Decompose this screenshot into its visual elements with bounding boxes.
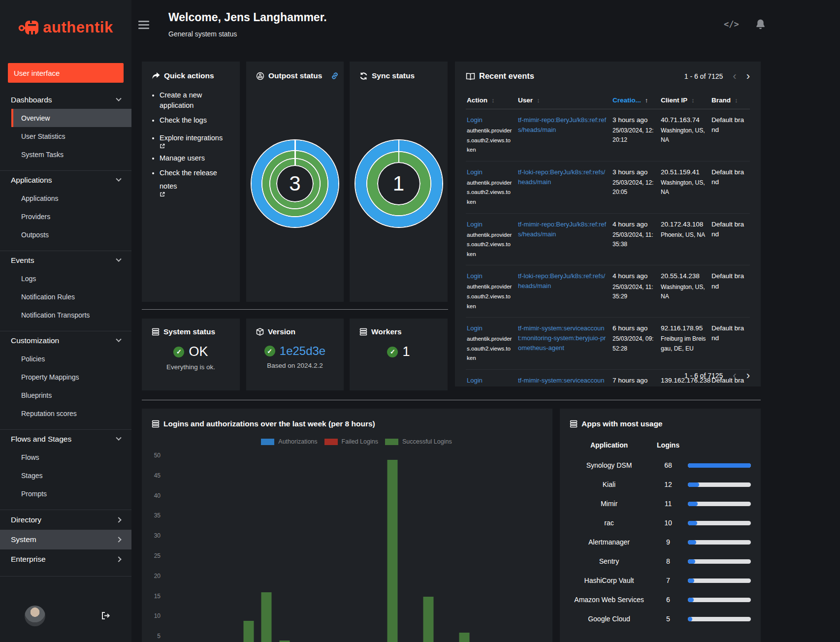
sidebar-item-system-tasks[interactable]: System Tasks xyxy=(0,145,131,163)
sidebar-item-prompts[interactable]: Prompts xyxy=(0,484,131,503)
event-action-link[interactable]: Login xyxy=(467,323,483,333)
chart-legend: AuthorizationsFailed LoginsSuccessful Lo… xyxy=(167,438,546,445)
server-icon xyxy=(359,328,367,336)
sidebar-item-logs[interactable]: Logs xyxy=(0,269,131,288)
user-interface-button[interactable]: User interface xyxy=(8,63,124,83)
nav-header-flows-and-stages[interactable]: Flows and Stages xyxy=(0,430,131,448)
event-user-link[interactable]: tf-mimir-system:serviceaccount:monitorin… xyxy=(518,323,608,353)
event-user-link[interactable]: tf-mimir-repo:BeryJu/k8s:ref:refs/heads/… xyxy=(518,220,608,239)
quick-actions-list: Create a new application Check the logs … xyxy=(160,90,240,197)
pagination-prev-icon[interactable]: ‹ xyxy=(733,372,736,380)
quick-action-create-application[interactable]: Create a new application xyxy=(160,90,233,111)
quick-action-explore-integrations[interactable]: Explore integrations xyxy=(160,130,233,149)
sidebar-item-policies[interactable]: Policies xyxy=(0,350,131,368)
column-header-action[interactable]: Action↕ xyxy=(466,93,517,109)
usage-bar-track xyxy=(688,482,751,487)
authentik-logo-icon xyxy=(18,18,40,37)
logout-icon[interactable] xyxy=(101,611,111,620)
sidebar-item-notification-rules[interactable]: Notification Rules xyxy=(0,288,131,306)
chart-plot xyxy=(167,456,546,642)
app-usage-bar xyxy=(688,456,751,475)
quick-action-manage-users[interactable]: Manage users xyxy=(160,153,233,163)
nav-header-events[interactable]: Events xyxy=(0,251,131,269)
event-relative-time: 6 hours ago xyxy=(613,323,656,333)
column-label: Brand xyxy=(711,96,731,104)
event-user-link[interactable]: tf-loki-repo:BeryJu/k8s:ref:refs/heads/m… xyxy=(518,167,608,187)
app-logins: 5 xyxy=(648,610,688,629)
legend-item[interactable]: Successful Logins xyxy=(385,438,452,445)
quick-action-label: Check the release notes xyxy=(160,169,217,190)
sidebar-item-directory[interactable]: Directory xyxy=(0,510,131,530)
sidebar-item-outposts[interactable]: Outposts xyxy=(0,225,131,244)
legend-item[interactable]: Failed Logins xyxy=(324,438,378,445)
api-code-icon[interactable]: </> xyxy=(724,19,739,29)
app-name: Kiali xyxy=(570,475,648,494)
apps-column-logins: Logins xyxy=(648,441,688,456)
card-title-text: Version xyxy=(268,327,295,336)
sidebar-item-applications[interactable]: Applications xyxy=(0,189,131,207)
sidebar-item-stages[interactable]: Stages xyxy=(0,466,131,484)
app-usage-bar xyxy=(688,610,751,629)
chevron-down-icon xyxy=(116,96,121,101)
event-action-link[interactable]: Login xyxy=(467,376,483,385)
column-header-brand[interactable]: Brand↕ xyxy=(711,93,750,109)
sort-icon[interactable]: ↕ xyxy=(491,96,495,104)
event-user-link[interactable]: tf-mimir-repo:BeryJu/k8s:ref:refs/heads/… xyxy=(518,115,608,135)
sidebar-item-providers[interactable]: Providers xyxy=(0,207,131,225)
sidebar-item-flows[interactable]: Flows xyxy=(0,448,131,466)
sidebar-item-user-statistics[interactable]: User Statistics xyxy=(0,127,131,145)
event-action-link[interactable]: Login xyxy=(467,271,483,281)
nav-group-collapsed: Directory System Enterprise xyxy=(0,510,131,577)
authentik-logo[interactable]: authentik xyxy=(0,15,131,40)
nav-item-label: Providers xyxy=(21,213,50,221)
pagination-next-icon[interactable]: › xyxy=(746,372,750,380)
legend-item[interactable]: Authorizations xyxy=(261,438,317,445)
user-avatar[interactable] xyxy=(25,606,45,626)
event-context: authentik.providers.oauth2.views.token xyxy=(467,282,513,311)
sidebar-item-overview[interactable]: Overview xyxy=(11,109,131,127)
nav-item-label: Reputation scores xyxy=(21,410,77,417)
app-logins: 11 xyxy=(648,494,688,514)
version-link[interactable]: 1e25d3e xyxy=(280,344,325,358)
sidebar-item-notification-transports[interactable]: Notification Transports xyxy=(0,306,131,324)
event-action-link[interactable]: Login xyxy=(467,220,483,229)
column-label: Client IP xyxy=(661,96,687,104)
chevron-down-icon xyxy=(116,435,121,440)
nav-item-label: Outposts xyxy=(21,231,49,239)
app-usage-bar xyxy=(688,590,751,610)
outpost-icon xyxy=(256,72,264,80)
nav-header-customization[interactable]: Customization xyxy=(0,331,131,350)
pagination-prev-icon[interactable]: ‹ xyxy=(733,72,736,80)
nav-header-applications[interactable]: Applications xyxy=(0,171,131,189)
sidebar-item-reputation-scores[interactable]: Reputation scores xyxy=(0,404,131,422)
outpost-link-icon[interactable] xyxy=(331,72,339,80)
apps-usage-card: Apps with most usage Application Logins … xyxy=(560,409,761,642)
sort-icon[interactable]: ↕ xyxy=(735,96,738,104)
event-relative-time: 4 hours ago xyxy=(613,220,656,229)
sidebar-item-system[interactable]: System xyxy=(0,530,131,549)
quick-action-check-logs[interactable]: Check the logs xyxy=(160,115,233,126)
card-title-text: Recent events xyxy=(479,71,534,81)
nav-group-customization: Customization Policies Property Mappings… xyxy=(0,331,131,430)
event-user-link[interactable]: tf-loki-repo:BeryJu/k8s:ref:refs/heads/m… xyxy=(518,271,608,291)
nav-header-dashboards[interactable]: Dashboards xyxy=(0,91,131,109)
event-action-link[interactable]: Login xyxy=(467,167,483,177)
system-status-card: System status ✓ OK Everything is ok. xyxy=(142,319,240,390)
sidebar-item-enterprise[interactable]: Enterprise xyxy=(0,549,131,569)
app-usage-bar xyxy=(688,494,751,514)
event-user-link[interactable]: tf-mimir-system:serviceaccount:monitorin… xyxy=(518,376,608,386)
quick-action-release-notes[interactable]: Check the release notes xyxy=(160,168,233,197)
sort-icon[interactable]: ↕ xyxy=(537,96,540,104)
column-header-creation[interactable]: Creatio...↑ xyxy=(612,93,660,109)
pagination-next-icon[interactable]: › xyxy=(746,72,750,80)
menu-icon[interactable] xyxy=(138,21,149,31)
column-header-client-ip[interactable]: Client IP↕ xyxy=(660,93,711,109)
sort-icon[interactable]: ↕ xyxy=(691,96,695,104)
sidebar-item-property-mappings[interactable]: Property Mappings xyxy=(0,368,131,386)
sidebar-item-blueprints[interactable]: Blueprints xyxy=(0,386,131,404)
sort-asc-icon[interactable]: ↑ xyxy=(645,96,648,104)
column-header-user[interactable]: User↕ xyxy=(517,93,612,109)
event-action-link[interactable]: Login xyxy=(467,115,483,125)
usage-bar-fill xyxy=(688,463,751,468)
notifications-bell-icon[interactable] xyxy=(756,19,765,29)
